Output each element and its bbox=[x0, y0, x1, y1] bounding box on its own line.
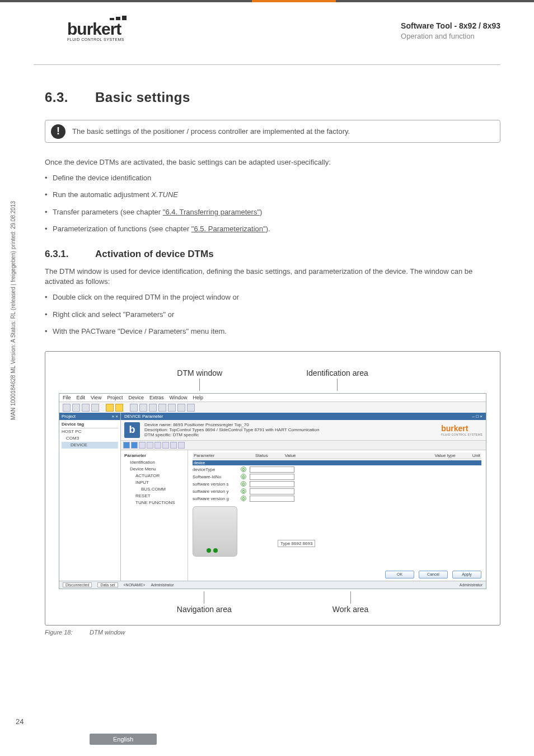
param-name: software version g bbox=[193, 496, 237, 501]
tree-item-com[interactable]: COM3 bbox=[62, 435, 118, 442]
menu-file[interactable]: File bbox=[63, 395, 71, 400]
menu-device[interactable]: Device bbox=[128, 395, 144, 400]
window-buttons[interactable]: – □ × bbox=[472, 414, 483, 419]
note-text: The basic settings of the positioner / p… bbox=[72, 127, 350, 136]
side-vertical-text: MAN 1000184628 ML Version: A Status: RL … bbox=[10, 201, 16, 420]
nav-item[interactable]: TUNE FUNCTIONS bbox=[124, 500, 184, 506]
toolbar-button[interactable] bbox=[130, 404, 138, 412]
toolbar-button[interactable] bbox=[187, 404, 195, 412]
menu-window[interactable]: Window bbox=[169, 395, 187, 400]
status-dataset: Data set bbox=[97, 582, 118, 587]
toolbar-button[interactable] bbox=[72, 404, 80, 412]
toolbar-button[interactable] bbox=[139, 404, 147, 412]
device-type-icon: b bbox=[124, 422, 140, 438]
param-row: software version y0 bbox=[193, 488, 481, 494]
menu-extras[interactable]: Extras bbox=[149, 395, 164, 400]
dtm-panel: DEVICE Parameter – □ × b Device name: 86… bbox=[121, 413, 486, 581]
nav-item[interactable]: Identification bbox=[124, 459, 184, 466]
toolbar-separator bbox=[101, 404, 104, 412]
menu-help[interactable]: Help bbox=[193, 395, 203, 400]
dtm-toolbar-button[interactable] bbox=[147, 442, 153, 449]
toolbar-button[interactable] bbox=[115, 404, 123, 412]
brand-subtext: FLUID CONTROL SYSTEMS bbox=[441, 433, 483, 436]
nav-item[interactable]: ACTUATOR bbox=[124, 473, 184, 479]
ok-button[interactable]: OK bbox=[385, 571, 414, 578]
dtm-toolbar-button[interactable] bbox=[139, 442, 146, 449]
menu-bar: File Edit View Project Device Extras Win… bbox=[59, 394, 486, 402]
figure-caption-text: DTM window bbox=[90, 629, 125, 636]
section-bullets: Define the device identification Run the… bbox=[45, 173, 500, 234]
col-header: Value type bbox=[435, 453, 456, 458]
dtm-toolbar-button[interactable] bbox=[123, 442, 130, 449]
screenshot-body: Project × × Device tag HOST PC COM3 DEVI… bbox=[59, 413, 486, 581]
dtm-panel-titlebar: DEVICE Parameter – □ × bbox=[121, 413, 486, 420]
identification-rows: Device name: 8693 Positioner Prozessregl… bbox=[144, 422, 319, 437]
callout-label: Navigation area bbox=[177, 605, 232, 614]
param-row: software version s0 bbox=[193, 481, 481, 487]
nav-root[interactable]: Parameter bbox=[124, 452, 184, 459]
bullet-item: Define the device identification bbox=[45, 173, 500, 183]
param-value-input[interactable] bbox=[250, 496, 294, 502]
status-ok-icon: 0 bbox=[241, 466, 246, 472]
nav-item[interactable]: INPUT bbox=[124, 479, 184, 486]
header-right: Software Tool - 8x92 / 8x93 Operation an… bbox=[401, 21, 500, 40]
tree-item-host[interactable]: HOST PC bbox=[62, 428, 118, 435]
toolbar-button[interactable] bbox=[168, 404, 176, 412]
callout-label: DTM window bbox=[177, 368, 222, 377]
section-title: Basic settings bbox=[95, 90, 190, 105]
callout-work-area: Work area bbox=[332, 591, 368, 614]
toolbar-button[interactable] bbox=[106, 404, 114, 412]
param-value-input[interactable] bbox=[250, 474, 294, 480]
leader-line bbox=[350, 591, 351, 604]
field-label: Device name: bbox=[144, 422, 172, 427]
toolbar-button[interactable] bbox=[82, 404, 90, 412]
param-value-input[interactable] bbox=[250, 488, 294, 494]
panel-close-icon[interactable]: × × bbox=[111, 414, 118, 419]
dtm-toolbar-button[interactable] bbox=[154, 442, 161, 449]
toolbar-button[interactable] bbox=[149, 404, 157, 412]
col-header: Status bbox=[255, 453, 268, 458]
nav-item[interactable]: BUS.COMM bbox=[124, 486, 184, 493]
param-value-input[interactable] bbox=[250, 466, 294, 473]
apply-button[interactable]: Apply bbox=[452, 571, 481, 578]
bullet-text: Parameterization of functions (see chapt… bbox=[53, 225, 191, 233]
logo: burkert FLUID CONTROL SYSTEMS bbox=[67, 16, 151, 41]
dtm-toolbar-button[interactable] bbox=[162, 442, 169, 449]
dtm-toolbar-button[interactable] bbox=[131, 442, 138, 449]
subsection-title: Activation of device DTMs bbox=[95, 249, 214, 259]
figure-number: Figure 18: bbox=[45, 629, 90, 636]
header-product: Software Tool - 8x92 / 8x93 bbox=[401, 21, 500, 30]
status-bar: Disconnected Data set <NONAME> Administr… bbox=[59, 581, 486, 589]
param-value-input[interactable] bbox=[250, 481, 294, 487]
identification-area: b Device name: 8693 Positioner Prozessre… bbox=[121, 420, 486, 441]
dtm-toolbar-button[interactable] bbox=[178, 442, 185, 449]
field-label: DTM specific: bbox=[144, 432, 171, 437]
project-panel: Project × × Device tag HOST PC COM3 DEVI… bbox=[59, 413, 121, 581]
status-role: Administrator bbox=[460, 583, 483, 587]
work-area-container: Parameter Identification Device Menu ACT… bbox=[121, 450, 486, 581]
dtm-toolbar-button[interactable] bbox=[170, 442, 177, 449]
tree-column-header: Device tag bbox=[62, 421, 118, 428]
toolbar-button[interactable] bbox=[91, 404, 99, 412]
bullet-link[interactable]: "6.4. Transferring parameters" bbox=[163, 208, 260, 216]
toolbar-button[interactable] bbox=[63, 404, 71, 412]
toolbar bbox=[59, 402, 486, 414]
cancel-button[interactable]: Cancel bbox=[419, 571, 448, 578]
toolbar-button[interactable] bbox=[158, 404, 166, 412]
figure-bottom-labels: Navigation area Work area bbox=[59, 591, 486, 614]
nav-item[interactable]: RESET bbox=[124, 493, 184, 500]
subsection-bullets: Double click on the required DTM in the … bbox=[45, 292, 500, 337]
tree-item-device[interactable]: DEVICE bbox=[62, 442, 118, 449]
bullet-item: Run the automatic adjustment X.TUNE bbox=[45, 190, 500, 200]
toolbar-button[interactable] bbox=[177, 404, 185, 412]
menu-edit[interactable]: Edit bbox=[77, 395, 86, 400]
callout-identification-area: Identification area bbox=[306, 368, 368, 391]
bullet-text: Transfer parameters (see chapter bbox=[53, 208, 163, 216]
status-ok-icon: 0 bbox=[241, 496, 246, 501]
menu-project[interactable]: Project bbox=[107, 395, 123, 400]
col-header: Parameter bbox=[194, 453, 238, 458]
menu-view[interactable]: View bbox=[91, 395, 101, 400]
bullet-link[interactable]: "6.5. Parameterization" bbox=[191, 225, 266, 233]
param-row: Software-IdNo0 bbox=[193, 474, 481, 480]
nav-item[interactable]: Device Menu bbox=[124, 466, 184, 473]
